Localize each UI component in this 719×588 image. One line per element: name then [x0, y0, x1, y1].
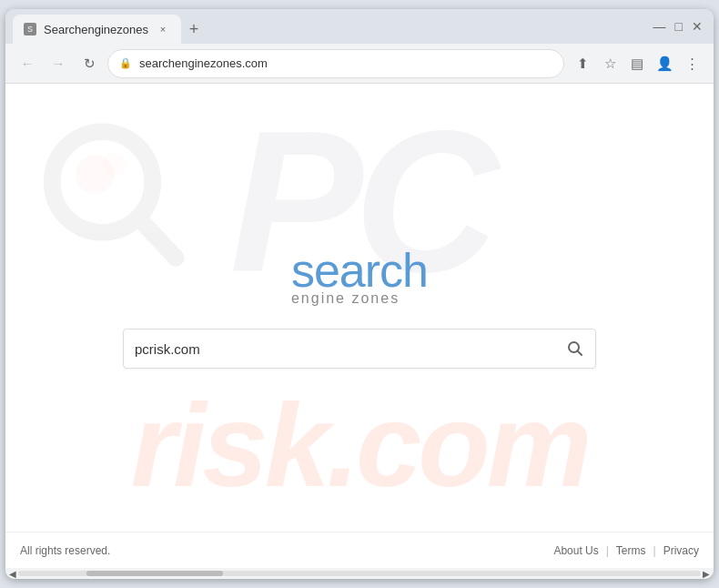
minimize-button[interactable]: —	[653, 19, 666, 34]
window-controls: — □ ✕	[653, 19, 706, 34]
new-tab-button[interactable]: +	[181, 16, 207, 42]
search-input[interactable]	[135, 341, 566, 357]
svg-point-0	[52, 132, 153, 233]
tab-close-button[interactable]: ×	[156, 22, 170, 36]
page-main: PC risk.com search engine zones	[5, 84, 714, 532]
search-box-container	[123, 329, 596, 369]
address-text: searchenginezones.com	[139, 56, 552, 70]
toolbar-actions: ⬆ ☆ ▤ 👤 ⋮	[570, 51, 704, 76]
watermark-magnifier-icon	[33, 120, 187, 275]
scroll-left-arrow[interactable]: ◀	[7, 568, 18, 579]
footer-terms-link[interactable]: Terms	[616, 544, 646, 557]
address-bar[interactable]: 🔒 searchenginezones.com	[107, 49, 564, 78]
logo-container: search engine zones	[291, 247, 428, 307]
footer-divider-1: |	[606, 544, 609, 557]
sidebar-button[interactable]: ▤	[624, 51, 650, 76]
footer-privacy-link[interactable]: Privacy	[663, 544, 699, 557]
forward-button[interactable]: →	[46, 51, 71, 76]
browser-toolbar: ← → ↻ 🔒 searchenginezones.com ⬆ ☆ ▤ 👤 ⋮	[5, 44, 714, 84]
footer-copyright: All rights reserved.	[20, 544, 553, 557]
title-bar: S Searchenginezones × + — □ ✕	[5, 9, 714, 44]
svg-point-3	[103, 154, 127, 177]
logo-sub-text: engine zones	[291, 290, 400, 307]
svg-line-1	[141, 221, 176, 259]
scrollbar-track[interactable]	[18, 571, 701, 576]
tab-title: Searchenginezones	[44, 23, 148, 36]
page-content: PC risk.com search engine zones	[5, 84, 714, 568]
reload-button[interactable]: ↻	[76, 51, 102, 76]
active-tab[interactable]: S Searchenginezones ×	[13, 15, 181, 44]
page-footer: All rights reserved. About Us | Terms | …	[5, 532, 714, 568]
tab-favicon: S	[24, 23, 36, 35]
footer-links: About Us | Terms | Privacy	[553, 544, 699, 557]
back-button[interactable]: ←	[15, 51, 40, 76]
footer-divider-2: |	[653, 544, 656, 557]
search-input-wrapper	[123, 329, 596, 369]
svg-line-5	[578, 351, 582, 356]
bookmark-button[interactable]: ☆	[597, 51, 623, 76]
watermark-risk-text: risk.com	[5, 386, 714, 504]
scrollbar-thumb[interactable]	[86, 571, 223, 576]
scroll-right-arrow[interactable]: ▶	[701, 568, 712, 579]
search-icon	[566, 340, 584, 358]
tab-bar: S Searchenginezones × +	[13, 9, 648, 44]
profile-button[interactable]: 👤	[652, 51, 677, 76]
scrollbar-container: ◀ ▶	[5, 568, 714, 579]
share-button[interactable]: ⬆	[570, 51, 595, 76]
lock-icon: 🔒	[119, 57, 132, 69]
browser-window: S Searchenginezones × + — □ ✕ ← → ↻ 🔒 se…	[5, 9, 714, 579]
svg-point-2	[76, 155, 115, 194]
watermark-container: PC risk.com	[5, 84, 714, 532]
footer-about-link[interactable]: About Us	[553, 544, 598, 557]
logo-main-text: search	[291, 247, 428, 294]
more-button[interactable]: ⋮	[679, 51, 704, 76]
maximize-button[interactable]: □	[675, 19, 683, 34]
window-close-button[interactable]: ✕	[692, 19, 703, 34]
search-button[interactable]	[566, 340, 584, 358]
